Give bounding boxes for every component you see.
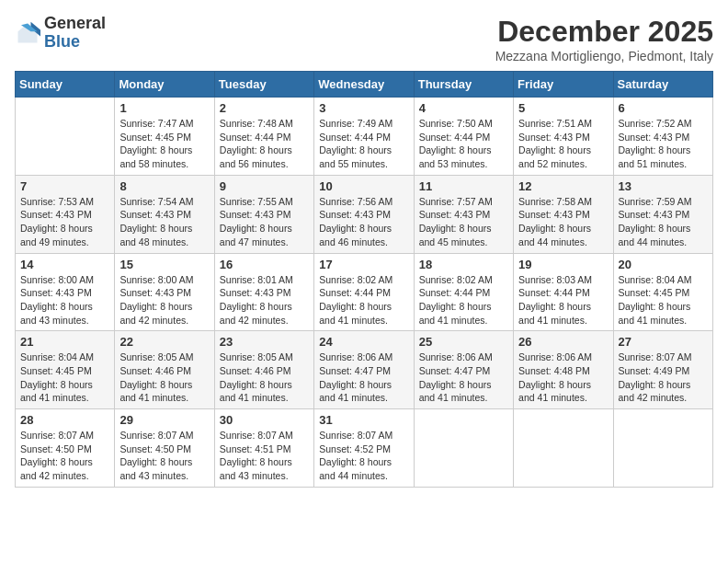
cell-info: Sunrise: 8:07 AMSunset: 4:50 PMDaylight:… — [20, 429, 109, 483]
cell-info: Sunrise: 7:50 AMSunset: 4:44 PMDaylight:… — [419, 117, 508, 171]
sunrise-text: Sunrise: 8:02 AM — [419, 274, 493, 285]
daylight-text: Daylight: 8 hours and 42 minutes. — [619, 379, 691, 404]
sunset-text: Sunset: 4:46 PM — [220, 365, 291, 376]
calendar-cell: 13Sunrise: 7:59 AMSunset: 4:43 PMDayligh… — [613, 175, 712, 253]
cell-info: Sunrise: 7:48 AMSunset: 4:44 PMDaylight:… — [220, 117, 309, 171]
day-number: 6 — [619, 101, 708, 115]
sunrise-text: Sunrise: 8:07 AM — [119, 430, 193, 441]
calendar-header-row: SundayMondayTuesdayWednesdayThursdayFrid… — [16, 72, 713, 98]
day-number: 18 — [419, 258, 508, 271]
daylight-text: Daylight: 8 hours and 41 minutes. — [619, 301, 691, 326]
day-header-tuesday: Tuesday — [214, 72, 313, 98]
calendar-cell — [613, 409, 712, 488]
calendar-cell: 3Sunrise: 7:49 AMSunset: 4:44 PMDaylight… — [314, 98, 414, 176]
calendar-cell: 8Sunrise: 7:54 AMSunset: 4:43 PMDaylight… — [115, 175, 214, 253]
day-header-monday: Monday — [115, 72, 214, 98]
cell-info: Sunrise: 7:54 AMSunset: 4:43 PMDaylight:… — [119, 195, 209, 249]
calendar-cell: 19Sunrise: 8:03 AMSunset: 4:44 PMDayligh… — [514, 253, 613, 331]
daylight-text: Daylight: 8 hours and 43 minutes. — [119, 456, 192, 481]
day-number: 3 — [319, 101, 408, 115]
cell-info: Sunrise: 8:04 AMSunset: 4:45 PMDaylight:… — [619, 273, 708, 327]
sunrise-text: Sunrise: 8:03 AM — [518, 274, 592, 285]
sunrise-text: Sunrise: 8:06 AM — [319, 351, 392, 362]
calendar-cell: 23Sunrise: 8:05 AMSunset: 4:46 PMDayligh… — [214, 331, 313, 409]
day-number: 12 — [518, 179, 608, 193]
daylight-text: Daylight: 8 hours and 51 minutes. — [619, 144, 691, 169]
sunset-text: Sunset: 4:44 PM — [319, 132, 391, 143]
sunrise-text: Sunrise: 7:57 AM — [419, 196, 493, 207]
day-header-thursday: Thursday — [414, 72, 513, 98]
sunset-text: Sunset: 4:49 PM — [619, 365, 690, 376]
calendar-cell: 16Sunrise: 8:01 AMSunset: 4:43 PMDayligh… — [214, 253, 313, 331]
day-number: 26 — [518, 335, 608, 349]
sunset-text: Sunset: 4:45 PM — [20, 365, 92, 376]
cell-info: Sunrise: 8:00 AMSunset: 4:43 PMDaylight:… — [119, 273, 209, 327]
daylight-text: Daylight: 8 hours and 42 minutes. — [20, 456, 93, 481]
day-number: 29 — [119, 413, 209, 427]
calendar-cell: 5Sunrise: 7:51 AMSunset: 4:43 PMDaylight… — [514, 98, 613, 176]
cell-info: Sunrise: 8:07 AMSunset: 4:52 PMDaylight:… — [319, 429, 408, 483]
day-number: 15 — [119, 258, 209, 271]
day-number: 5 — [518, 101, 608, 115]
sunrise-text: Sunrise: 7:54 AM — [119, 196, 193, 207]
day-number: 30 — [220, 413, 309, 427]
sunset-text: Sunset: 4:43 PM — [419, 209, 491, 220]
calendar-cell: 20Sunrise: 8:04 AMSunset: 4:45 PMDayligh… — [613, 253, 712, 331]
day-number: 16 — [220, 258, 309, 271]
calendar-cell: 31Sunrise: 8:07 AMSunset: 4:52 PMDayligh… — [314, 409, 414, 488]
sunset-text: Sunset: 4:45 PM — [119, 132, 191, 143]
calendar-cell: 12Sunrise: 7:58 AMSunset: 4:43 PMDayligh… — [514, 175, 613, 253]
calendar-cell: 22Sunrise: 8:05 AMSunset: 4:46 PMDayligh… — [115, 331, 214, 409]
calendar-cell — [514, 409, 613, 488]
daylight-text: Daylight: 8 hours and 44 minutes. — [518, 223, 591, 247]
daylight-text: Daylight: 8 hours and 41 minutes. — [20, 379, 93, 404]
daylight-text: Daylight: 8 hours and 41 minutes. — [518, 379, 591, 404]
cell-info: Sunrise: 7:57 AMSunset: 4:43 PMDaylight:… — [419, 195, 508, 249]
day-number: 25 — [419, 335, 508, 349]
sunrise-text: Sunrise: 7:52 AM — [619, 118, 692, 129]
cell-info: Sunrise: 7:49 AMSunset: 4:44 PMDaylight:… — [319, 117, 408, 171]
sunset-text: Sunset: 4:46 PM — [119, 365, 191, 376]
cell-info: Sunrise: 8:03 AMSunset: 4:44 PMDaylight:… — [518, 273, 608, 327]
calendar-cell: 29Sunrise: 8:07 AMSunset: 4:50 PMDayligh… — [115, 409, 214, 488]
sunset-text: Sunset: 4:43 PM — [619, 132, 690, 143]
sunrise-text: Sunrise: 8:05 AM — [119, 351, 193, 362]
logo-text: General Blue — [44, 15, 106, 52]
cell-info: Sunrise: 8:07 AMSunset: 4:49 PMDaylight:… — [619, 350, 708, 405]
day-number: 9 — [220, 179, 309, 193]
sunrise-text: Sunrise: 7:48 AM — [220, 118, 293, 129]
calendar-cell: 10Sunrise: 7:56 AMSunset: 4:43 PMDayligh… — [314, 175, 414, 253]
daylight-text: Daylight: 8 hours and 46 minutes. — [319, 223, 392, 247]
sunset-text: Sunset: 4:43 PM — [619, 209, 690, 220]
sunset-text: Sunset: 4:47 PM — [319, 365, 391, 376]
sunrise-text: Sunrise: 7:50 AM — [419, 118, 493, 129]
calendar-cell: 15Sunrise: 8:00 AMSunset: 4:43 PMDayligh… — [115, 253, 214, 331]
daylight-text: Daylight: 8 hours and 43 minutes. — [220, 456, 292, 481]
sunrise-text: Sunrise: 8:06 AM — [419, 351, 493, 362]
calendar-table: SundayMondayTuesdayWednesdayThursdayFrid… — [15, 71, 713, 488]
cell-info: Sunrise: 8:06 AMSunset: 4:48 PMDaylight:… — [518, 350, 608, 405]
sunrise-text: Sunrise: 7:59 AM — [619, 196, 692, 207]
calendar-cell: 27Sunrise: 8:07 AMSunset: 4:49 PMDayligh… — [613, 331, 712, 409]
daylight-text: Daylight: 8 hours and 53 minutes. — [419, 144, 492, 169]
sunset-text: Sunset: 4:43 PM — [20, 287, 92, 298]
sunrise-text: Sunrise: 7:51 AM — [518, 118, 592, 129]
day-number: 23 — [220, 335, 309, 349]
day-number: 31 — [319, 413, 408, 427]
sunrise-text: Sunrise: 8:07 AM — [20, 430, 94, 441]
calendar-week-row: 1Sunrise: 7:47 AMSunset: 4:45 PMDaylight… — [16, 98, 713, 176]
sunset-text: Sunset: 4:44 PM — [419, 132, 491, 143]
day-number: 21 — [20, 335, 109, 349]
sunset-text: Sunset: 4:43 PM — [319, 209, 391, 220]
location-subtitle: Mezzana Mortigliengo, Piedmont, Italy — [495, 49, 713, 63]
calendar-cell: 14Sunrise: 8:00 AMSunset: 4:43 PMDayligh… — [16, 253, 115, 331]
cell-info: Sunrise: 8:06 AMSunset: 4:47 PMDaylight:… — [419, 350, 508, 405]
day-number: 24 — [319, 335, 408, 349]
sunset-text: Sunset: 4:43 PM — [220, 209, 291, 220]
sunset-text: Sunset: 4:43 PM — [518, 132, 590, 143]
sunset-text: Sunset: 4:43 PM — [119, 287, 191, 298]
calendar-week-row: 28Sunrise: 8:07 AMSunset: 4:50 PMDayligh… — [16, 409, 713, 488]
sunrise-text: Sunrise: 8:07 AM — [220, 430, 293, 441]
sunrise-text: Sunrise: 8:00 AM — [20, 274, 94, 285]
sunset-text: Sunset: 4:44 PM — [319, 287, 391, 298]
